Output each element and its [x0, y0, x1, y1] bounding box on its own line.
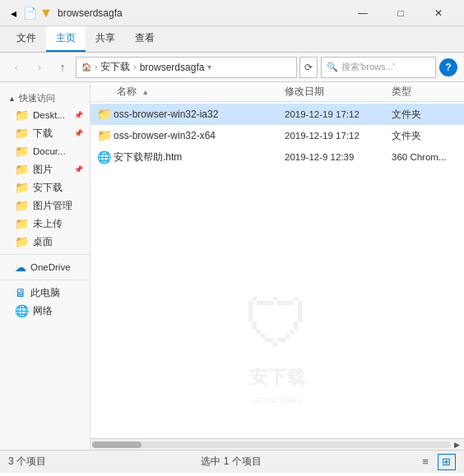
address-path[interactable]: 🏠 › 安下载 › browserdsagfa ▾ [76, 57, 297, 78]
title-bar: ◂ 📄 ▼ browserdsagfa — □ ✕ [0, 0, 464, 26]
refresh-button[interactable]: ⟳ [299, 57, 318, 78]
table-row[interactable]: 🌐 安下载帮助.htm 2019-12-9 12:39 360 Chrom... [90, 146, 464, 168]
path-dropdown-icon[interactable]: ▾ [207, 62, 211, 72]
up-button[interactable]: ↑ [53, 58, 72, 77]
sidebar-item-thispc[interactable]: 🖥 此电脑 [0, 284, 90, 302]
folder-icon-downloads: 📁 [15, 127, 29, 140]
scroll-right-button[interactable]: ▶ [451, 439, 462, 451]
sidebar: ▲ 快速访问 📁 Deskt... 📌 📁 下载 📌 📁 Docur... 📁 … [0, 82, 90, 450]
search-icon: 🔍 [327, 62, 338, 72]
scrollbar-track[interactable] [92, 441, 451, 448]
maximize-button[interactable]: □ [382, 0, 420, 26]
sidebar-item-picman[interactable]: 📁 图片管理 [0, 196, 90, 215]
path-part-anxz[interactable]: 安下载 [100, 60, 130, 74]
sidebar-label-onedrive: OneDrive [30, 262, 71, 272]
folder-icon-anxz: 📁 [15, 181, 29, 194]
folder-icon-desktop2: 📁 [15, 235, 29, 248]
sidebar-label-pictures: 图片 [33, 164, 53, 176]
pin-icon-desktop: 📌 [74, 111, 83, 119]
path-sep-1: › [95, 62, 97, 72]
status-bar: 3 个项目 选中 1 个项目 ≡ ⊞ [0, 450, 464, 473]
back-button[interactable]: ‹ [7, 58, 26, 77]
close-button[interactable]: ✕ [420, 0, 457, 26]
minimize-button[interactable]: — [344, 0, 382, 26]
sidebar-item-downloads[interactable]: 📁 下载 📌 [0, 124, 90, 142]
forward-button[interactable]: › [30, 58, 49, 77]
collapse-icon: ▲ [8, 95, 16, 103]
sidebar-label-desktop: Deskt... [33, 110, 65, 120]
sidebar-item-notuploaded[interactable]: 📁 未上传 [0, 215, 90, 233]
search-placeholder: 搜索'brows...' [341, 61, 395, 73]
list-view-button[interactable]: ≡ [416, 454, 434, 470]
file-type-1: 文件夹 [392, 130, 457, 142]
sidebar-item-documents[interactable]: 📁 Docur... [0, 142, 90, 160]
sidebar-divider-2 [0, 280, 90, 280]
sidebar-item-onedrive[interactable]: ☁ OneDrive [0, 258, 90, 276]
sidebar-item-desktop2[interactable]: 📁 桌面 [0, 233, 90, 251]
file-icon-sm: 📄 [23, 7, 36, 20]
col-header-type[interactable]: 类型 [392, 85, 457, 99]
back-icon[interactable]: ◂ [7, 7, 20, 20]
selected-count: 选中 1 个项目 [201, 455, 261, 469]
sort-arrow: ▲ [142, 88, 149, 96]
main-area: ▲ 快速访问 📁 Deskt... 📌 📁 下载 📌 📁 Docur... 📁 … [0, 82, 464, 450]
folder-icon-notuploaded: 📁 [15, 217, 29, 230]
table-row[interactable]: 📁 oss-browser-win32-ia32 2019-12-19 17:1… [90, 104, 464, 125]
watermark-shield-icon: 🛡 [244, 286, 310, 362]
watermark-url: anxz.com [254, 393, 300, 405]
thispc-icon: 🖥 [15, 286, 26, 299]
ribbon-tabs: 文件 主页 共享 查看 [0, 26, 464, 52]
quick-access-header[interactable]: ▲ 快速访问 [0, 89, 90, 106]
file-date-1: 2019-12-19 17:12 [285, 131, 392, 141]
title-bar-left: ◂ 📄 ▼ browserdsagfa [7, 7, 123, 20]
sidebar-label-picman: 图片管理 [33, 200, 72, 212]
sidebar-item-anxz[interactable]: 📁 安下载 [0, 178, 90, 196]
pin-icon-downloads: 📌 [74, 129, 83, 137]
col-header-date[interactable]: 修改日期 [285, 85, 392, 99]
sidebar-item-pictures[interactable]: 📁 图片 📌 [0, 160, 90, 178]
sidebar-label-downloads: 下载 [33, 127, 53, 140]
sidebar-item-desktop[interactable]: 📁 Deskt... 📌 [0, 106, 90, 124]
table-row[interactable]: 📁 oss-browser-win32-x64 2019-12-19 17:12… [90, 125, 464, 146]
sidebar-label-notuploaded: 未上传 [33, 218, 63, 230]
tab-file[interactable]: 文件 [7, 26, 46, 52]
file-type-2: 360 Chrom... [392, 152, 457, 162]
file-name-2: 安下载帮助.htm [114, 150, 285, 164]
search-box[interactable]: 🔍 搜索'brows...' [321, 57, 436, 78]
pin-icon-pictures: 📌 [74, 165, 83, 173]
help-button[interactable]: ? [439, 58, 457, 76]
col-header-name[interactable]: 名称 ▲ [97, 85, 285, 99]
tab-view[interactable]: 查看 [125, 26, 165, 52]
window-title: browserdsagfa [58, 7, 123, 19]
watermark-text: 安下载 [249, 365, 306, 390]
path-sep-2: › [133, 62, 136, 72]
tab-share[interactable]: 共享 [86, 26, 125, 52]
folder-icon-pictures: 📁 [15, 163, 29, 176]
network-icon: 🌐 [15, 304, 29, 317]
folder-icon-picman: 📁 [15, 199, 29, 212]
tab-home[interactable]: 主页 [46, 26, 86, 52]
folder-icon-desktop: 📁 [15, 109, 29, 122]
file-date-0: 2019-12-19 17:12 [285, 109, 392, 119]
file-date-2: 2019-12-9 12:39 [285, 152, 392, 162]
address-bar: ‹ › ↑ 🏠 › 安下载 › browserdsagfa ▾ ⟳ 🔍 搜索'b… [0, 53, 464, 82]
sidebar-label-desktop2: 桌面 [33, 236, 53, 248]
ribbon: 文件 主页 共享 查看 [0, 26, 464, 53]
details-view-button[interactable]: ⊞ [438, 454, 456, 470]
file-type-0: 文件夹 [392, 109, 457, 121]
path-home-icon: 🏠 [81, 62, 91, 72]
quick-access-label: 快速访问 [19, 92, 55, 104]
sidebar-label-anxz: 安下载 [33, 182, 63, 194]
file-list-header: 名称 ▲ 修改日期 类型 [90, 82, 464, 102]
file-icon-0: 📁 [97, 107, 114, 122]
path-part-folder[interactable]: browserdsagfa [140, 62, 205, 73]
file-name-1: oss-browser-win32-x64 [114, 130, 285, 141]
file-list: 📁 oss-browser-win32-ia32 2019-12-19 17:1… [90, 102, 464, 438]
folder-icon-documents: 📁 [15, 145, 29, 158]
scrollbar-area[interactable]: ▶ [90, 438, 464, 450]
file-area: 名称 ▲ 修改日期 类型 📁 oss-browser-win32-ia32 20… [90, 82, 464, 450]
scrollbar-thumb[interactable] [92, 441, 142, 448]
file-name-0: oss-browser-win32-ia32 [114, 109, 285, 120]
file-icon-1: 📁 [97, 128, 114, 143]
sidebar-item-network[interactable]: 🌐 网络 [0, 302, 90, 320]
